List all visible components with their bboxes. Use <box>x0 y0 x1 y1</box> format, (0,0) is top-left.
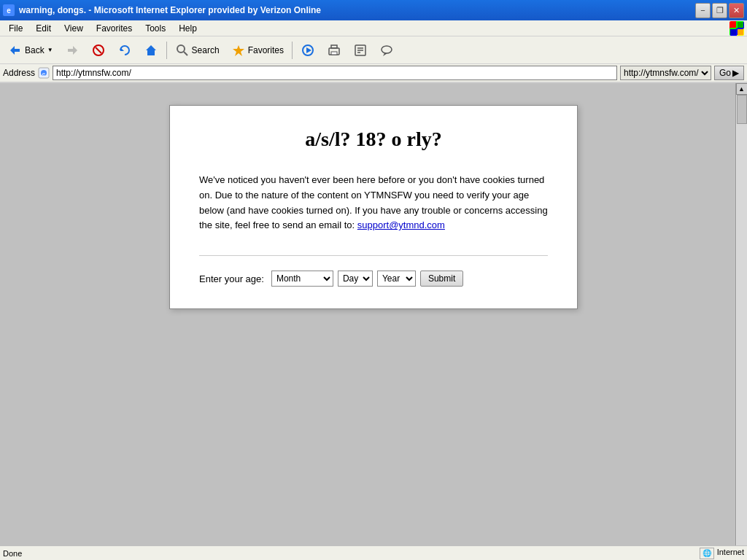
window-title: warning, dongs. - Microsoft Internet Exp… <box>19 5 321 15</box>
svg-marker-12 <box>233 45 244 56</box>
svg-line-7 <box>96 47 101 53</box>
age-label: Enter your age: <box>199 273 264 284</box>
submit-button[interactable]: Submit <box>420 271 463 287</box>
menu-bar: File Edit View Favorites Tools Help <box>0 20 747 36</box>
status-right: 🌐 Internet <box>700 548 744 559</box>
scroll-track <box>737 95 747 548</box>
title-bar-controls: − ❐ ✕ <box>695 3 744 18</box>
modal-title: a/s/l? 18? o rly? <box>199 128 548 151</box>
svg-rect-16 <box>331 45 337 48</box>
svg-marker-23 <box>383 53 387 56</box>
back-dropdown-arrow[interactable]: ▼ <box>47 47 53 53</box>
svg-marker-14 <box>306 47 311 53</box>
svg-text:e: e <box>42 71 46 77</box>
go-button[interactable]: Go ▶ <box>714 66 744 80</box>
menu-favorites[interactable]: Favorites <box>90 22 138 35</box>
menu-tools[interactable]: Tools <box>139 22 171 35</box>
go-arrow-icon: ▶ <box>732 68 739 78</box>
zone-icon: 🌐 <box>700 548 714 559</box>
svg-marker-8 <box>120 47 124 51</box>
restore-button[interactable]: ❐ <box>712 3 727 18</box>
zone-label: Internet <box>717 548 744 559</box>
svg-rect-0 <box>730 22 736 28</box>
search-label: Search <box>192 45 220 55</box>
toolbar: Back ▼ Search Favorites <box>0 36 747 64</box>
svg-line-11 <box>184 52 187 55</box>
svg-rect-17 <box>331 52 337 55</box>
minimize-button[interactable]: − <box>695 3 711 18</box>
stop-icon <box>91 43 106 58</box>
address-bar: Address e http://ytmnsfw.com/ Go ▶ <box>0 64 747 83</box>
edit-button[interactable] <box>348 39 373 61</box>
modal-divider <box>199 255 548 256</box>
back-button[interactable]: Back ▼ <box>3 39 58 61</box>
month-select[interactable]: MonthJanuaryFebruaryMarchAprilMayJuneJul… <box>271 271 333 287</box>
ie-icon: e <box>3 4 15 16</box>
svg-rect-2 <box>730 29 736 35</box>
media-button[interactable] <box>295 39 320 61</box>
support-email-link[interactable]: support@ytmnd.com <box>357 219 445 230</box>
title-bar: e warning, dongs. - Microsoft Internet E… <box>0 0 747 20</box>
svg-rect-1 <box>738 22 743 28</box>
svg-rect-3 <box>738 29 743 35</box>
home-icon <box>144 43 158 58</box>
home-button[interactable] <box>139 39 163 61</box>
back-icon <box>8 43 23 58</box>
windows-logo-icon <box>729 21 744 36</box>
media-icon <box>301 43 315 58</box>
forward-icon <box>65 43 80 58</box>
address-input[interactable] <box>53 66 617 80</box>
print-icon <box>327 43 341 58</box>
refresh-button[interactable] <box>112 39 137 61</box>
scroll-up-button[interactable]: ▲ <box>736 83 748 95</box>
svg-marker-5 <box>68 46 77 55</box>
svg-point-22 <box>382 46 392 53</box>
search-button[interactable]: Search <box>170 39 225 61</box>
day-select[interactable]: Day1234567891011121314151617181920212223… <box>338 271 373 287</box>
address-dropdown[interactable]: http://ytmnsfw.com/ <box>620 66 711 80</box>
discuss-button[interactable] <box>374 39 399 61</box>
age-row: Enter your age: MonthJanuaryFebruaryMarc… <box>199 271 548 287</box>
year-select[interactable]: Year200720062005200420032002200120001999… <box>377 271 416 287</box>
age-verification-modal: a/s/l? 18? o rly? We've noticed you have… <box>169 105 578 309</box>
favorites-label: Favorites <box>248 45 284 55</box>
title-bar-left: e warning, dongs. - Microsoft Internet E… <box>3 4 321 16</box>
menu-help[interactable]: Help <box>173 22 203 35</box>
modal-body: We've noticed you haven't ever been here… <box>199 173 548 233</box>
back-label: Back <box>25 45 44 55</box>
favorites-button[interactable]: Favorites <box>226 39 289 61</box>
edit-icon <box>353 43 368 58</box>
address-label: Address <box>3 68 35 78</box>
status-text: Done <box>3 549 22 558</box>
svg-marker-4 <box>10 46 20 55</box>
menu-view[interactable]: View <box>58 22 89 35</box>
print-button[interactable] <box>322 39 347 61</box>
search-icon <box>175 43 190 58</box>
separator-2 <box>292 42 293 59</box>
address-page-icon: e <box>38 67 50 79</box>
separator-1 <box>166 42 167 59</box>
menu-edit[interactable]: Edit <box>30 22 57 35</box>
svg-marker-9 <box>146 45 156 55</box>
scroll-thumb[interactable] <box>737 95 747 124</box>
discuss-icon <box>379 43 394 58</box>
page-content: a/s/l? 18? o rly? We've noticed you have… <box>0 83 747 560</box>
close-button[interactable]: ✕ <box>729 3 744 18</box>
refresh-icon <box>117 43 132 58</box>
stop-button[interactable] <box>86 39 111 61</box>
scrollbar: ▲ ▼ <box>735 83 747 560</box>
menu-file[interactable]: File <box>3 22 28 35</box>
go-label: Go <box>719 68 731 78</box>
svg-point-10 <box>177 45 185 52</box>
status-bar: Done 🌐 Internet <box>0 545 747 560</box>
forward-button[interactable] <box>60 39 85 61</box>
favorites-icon <box>231 43 246 58</box>
